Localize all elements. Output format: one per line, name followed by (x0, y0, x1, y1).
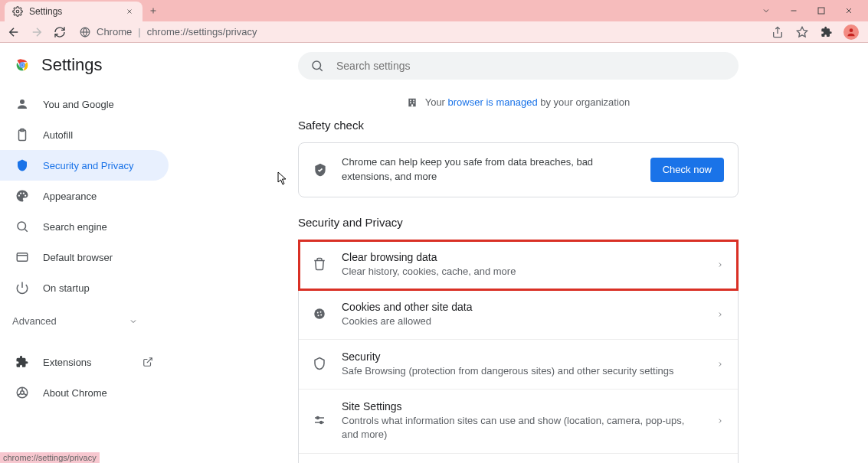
close-tab-icon[interactable] (124, 6, 135, 17)
sidebar-item-label: Appearance (43, 191, 97, 202)
reload-button[interactable] (52, 24, 67, 40)
omnibox-url: chrome://settings/privacy (147, 26, 257, 37)
managed-suffix: by your organization (538, 96, 631, 108)
sidebar-item-extensions[interactable]: Extensions (0, 347, 153, 377)
shield-outline-icon (313, 357, 328, 372)
svg-point-25 (21, 391, 25, 395)
trash-icon (313, 257, 328, 272)
svg-point-0 (16, 10, 19, 13)
check-now-button[interactable]: Check now (650, 158, 724, 182)
safety-check-text: Chrome can help keep you safe from data … (342, 155, 637, 184)
svg-point-6 (850, 28, 853, 32)
row-site-settings[interactable]: Site Settings Controls what information … (299, 390, 738, 453)
palette-icon (15, 189, 29, 203)
omnibox-chip: Chrome (97, 26, 132, 37)
chevron-right-icon (716, 360, 724, 368)
chevron-down-icon (129, 317, 138, 326)
row-title: Security (342, 351, 703, 363)
svg-rect-34 (410, 102, 411, 103)
svg-line-23 (147, 358, 152, 363)
svg-point-40 (318, 315, 319, 316)
safety-check-card: Chrome can help keep you safe from data … (298, 142, 739, 197)
chrome-icon (15, 386, 29, 399)
close-window-icon[interactable] (843, 5, 854, 16)
svg-rect-35 (413, 102, 414, 103)
cookie-icon (313, 307, 328, 322)
settings-main: Your browser is managed by your organiza… (169, 43, 868, 463)
row-cookies[interactable]: Cookies and other site data Cookies are … (299, 290, 738, 340)
sidebar-item-label: About Chrome (43, 387, 107, 399)
sidebar-item-label: You and Google (43, 99, 114, 110)
sidebar-item-label: On startup (43, 282, 90, 294)
row-privacy-sandbox[interactable]: Privacy Sandbox (299, 454, 738, 463)
sidebar-item-on-startup[interactable]: On startup (0, 272, 169, 303)
maximize-icon[interactable] (816, 5, 827, 16)
share-icon[interactable] (770, 24, 785, 40)
row-title: Clear browsing data (342, 251, 703, 263)
svg-point-29 (313, 61, 321, 70)
svg-point-15 (20, 193, 21, 194)
sidebar-item-label: Security and Privacy (43, 160, 134, 171)
sidebar-item-default-browser[interactable]: Default browser (0, 242, 169, 272)
forward-button[interactable] (29, 24, 44, 40)
sidebar-item-autofill[interactable]: Autofill (0, 119, 169, 150)
managed-banner: Your browser is managed by your organiza… (192, 96, 845, 108)
new-tab-button[interactable] (142, 0, 164, 21)
minimize-icon[interactable] (788, 5, 799, 16)
chevron-right-icon (716, 261, 724, 269)
chevron-down-icon[interactable] (761, 5, 771, 16)
svg-point-39 (320, 311, 322, 313)
svg-rect-33 (413, 99, 414, 101)
sidebar-item-search-engine[interactable]: Search engine (0, 211, 169, 242)
profile-avatar[interactable] (843, 24, 859, 40)
managed-prefix: Your (425, 96, 448, 108)
status-bar: chrome://settings/privacy (0, 452, 100, 463)
sidebar-item-appearance[interactable]: Appearance (0, 181, 169, 211)
tab-title: Settings (29, 6, 62, 17)
search-input[interactable] (336, 60, 726, 72)
back-button[interactable] (6, 24, 21, 40)
row-subtitle: Safe Browsing (protection from dangerous… (342, 364, 703, 378)
settings-search[interactable] (298, 52, 739, 80)
svg-point-37 (314, 308, 325, 319)
row-security[interactable]: Security Safe Browsing (protection from … (299, 340, 738, 390)
shield-icon (15, 158, 29, 172)
sidebar-item-label: Autofill (43, 129, 73, 141)
svg-point-10 (21, 64, 24, 67)
sidebar-item-label: Default browser (43, 252, 113, 263)
puzzle-icon (15, 355, 29, 369)
address-bar[interactable]: Chrome | chrome://settings/privacy (75, 24, 762, 41)
svg-point-11 (20, 99, 25, 104)
extensions-icon[interactable] (819, 24, 834, 40)
svg-marker-5 (797, 27, 807, 37)
shield-check-icon (313, 162, 328, 178)
security-privacy-title: Security and Privacy (298, 216, 739, 229)
site-info-icon[interactable] (80, 27, 90, 37)
sliders-icon (313, 413, 328, 429)
advanced-label: Advanced (12, 315, 57, 327)
svg-point-45 (320, 422, 323, 424)
row-title: Cookies and other site data (342, 301, 703, 313)
svg-point-14 (18, 195, 20, 197)
managed-link[interactable]: browser is managed (448, 96, 538, 108)
sidebar-item-security-privacy[interactable]: Security and Privacy (0, 150, 169, 181)
chevron-right-icon (716, 417, 724, 425)
chrome-logo-icon (14, 57, 31, 73)
browser-tab[interactable]: Settings (5, 2, 142, 21)
svg-line-27 (18, 393, 21, 396)
svg-point-18 (18, 222, 26, 230)
security-privacy-card: Clear browsing data Clear history, cooki… (298, 240, 739, 463)
sidebar-item-label: Search engine (43, 221, 107, 233)
row-title: Site Settings (342, 400, 703, 412)
svg-point-41 (320, 314, 322, 315)
svg-point-38 (317, 311, 319, 313)
omnibox-separator: | (138, 26, 140, 37)
page-title: Settings (41, 55, 103, 75)
row-clear-browsing-data[interactable]: Clear browsing data Clear history, cooki… (299, 240, 738, 290)
bookmark-icon[interactable] (794, 24, 810, 40)
sidebar-advanced[interactable]: Advanced (0, 303, 153, 333)
sidebar-item-about[interactable]: About Chrome (0, 377, 153, 408)
sidebar-item-you-and-google[interactable]: You and Google (0, 89, 169, 119)
safety-check-title: Safety check (298, 119, 739, 132)
svg-point-17 (25, 195, 26, 197)
